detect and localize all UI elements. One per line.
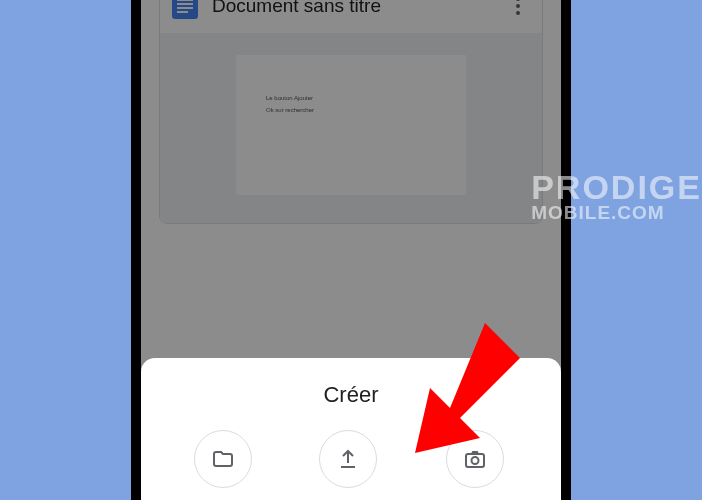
upload-icon [319,430,377,488]
create-folder-button[interactable]: Dossier [194,430,252,500]
document-card[interactable]: Document sans titre Le bouton Ajouter Ok… [159,0,543,224]
document-preview: Le bouton Ajouter Ok sur rechercher [160,33,542,223]
folder-icon [194,430,252,488]
drive-content: Activité enregistrée Document sans titre… [141,0,561,224]
svg-point-1 [472,457,479,464]
document-header: Document sans titre [160,0,542,33]
more-options-icon[interactable] [506,0,530,18]
sheet-title: Créer [141,382,561,408]
action-row: Dossier Importer [141,430,561,500]
scan-button[interactable]: Numériser [443,430,508,500]
preview-text-line: Ok sur rechercher [266,107,436,113]
phone-screen: Activité enregistrée Document sans titre… [141,0,561,500]
camera-icon [446,430,504,488]
phone-frame: Activité enregistrée Document sans titre… [131,0,571,500]
preview-page: Le bouton Ajouter Ok sur rechercher [236,55,466,195]
document-title: Document sans titre [212,0,492,17]
docs-icon [172,0,198,19]
import-button[interactable]: Importer [319,430,377,500]
svg-rect-0 [466,454,484,467]
preview-text-line: Le bouton Ajouter [266,95,436,101]
create-bottom-sheet: Créer Dossier [141,358,561,500]
